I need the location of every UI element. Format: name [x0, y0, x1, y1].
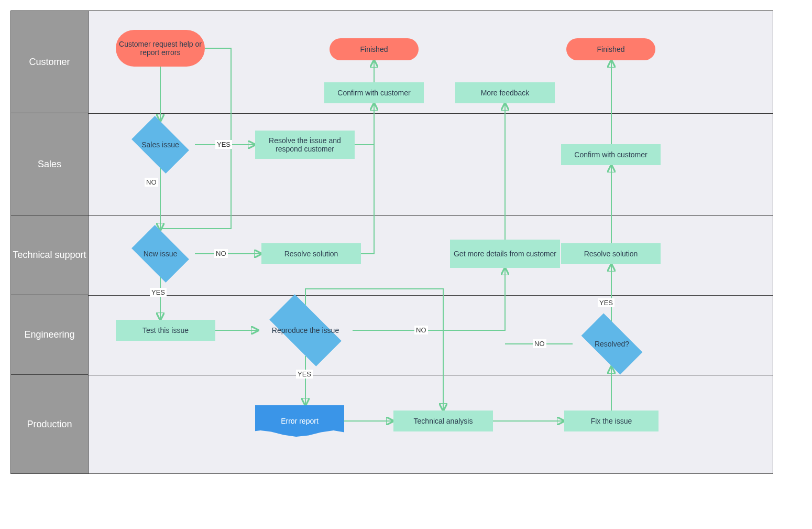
node-reproduce-issue[interactable]: Reproduce the issue: [258, 305, 353, 356]
node-resolved-question[interactable]: Resolved?: [573, 321, 651, 366]
edge-label: YES: [296, 370, 313, 379]
node-fix-issue[interactable]: Fix the issue: [564, 411, 659, 431]
lane-engineering: Engineering: [11, 295, 89, 375]
node-finished-2[interactable]: Finished: [566, 38, 655, 60]
node-new-issue[interactable]: New issue: [126, 230, 195, 277]
node-resolve-respond[interactable]: Resolve the issue and respond customer: [255, 131, 355, 159]
edge-label: NO: [145, 178, 158, 187]
edge-label: NO: [533, 339, 546, 348]
lane-separator: [89, 215, 773, 216]
lane-tech-support: Technical support: [11, 215, 89, 295]
node-error-report[interactable]: Error report: [255, 405, 344, 437]
node-confirm-customer-2[interactable]: Confirm with customer: [561, 144, 661, 165]
edge-label: YES: [598, 298, 615, 307]
lane-production: Production: [11, 375, 89, 473]
lane-separator: [89, 113, 773, 114]
edge-label: YES: [215, 140, 232, 149]
node-get-details[interactable]: Get more details from customer: [450, 240, 560, 268]
edge-label: NO: [414, 326, 428, 334]
lane-separator: [89, 375, 773, 375]
lane-separator: [89, 295, 773, 296]
node-test-issue[interactable]: Test this issue: [116, 320, 215, 341]
lane-customer: Customer: [11, 11, 89, 113]
node-start[interactable]: Customer request help or report errors: [116, 30, 205, 67]
node-technical-analysis[interactable]: Technical analysis: [393, 411, 493, 431]
node-resolve-solution-2[interactable]: Resolve solution: [561, 243, 661, 264]
edge-label: YES: [150, 288, 167, 297]
swimlane-diagram: Customer Sales Technical support Enginee…: [10, 10, 773, 474]
node-finished-1[interactable]: Finished: [330, 38, 419, 60]
node-resolve-solution-1[interactable]: Resolve solution: [261, 243, 361, 264]
node-confirm-customer-1[interactable]: Confirm with customer: [324, 82, 424, 103]
node-more-feedback[interactable]: More feedback: [455, 82, 555, 103]
edge-label: NO: [214, 249, 228, 258]
lane-sales: Sales: [11, 113, 89, 215]
node-sales-issue[interactable]: Sales issue: [126, 121, 195, 168]
